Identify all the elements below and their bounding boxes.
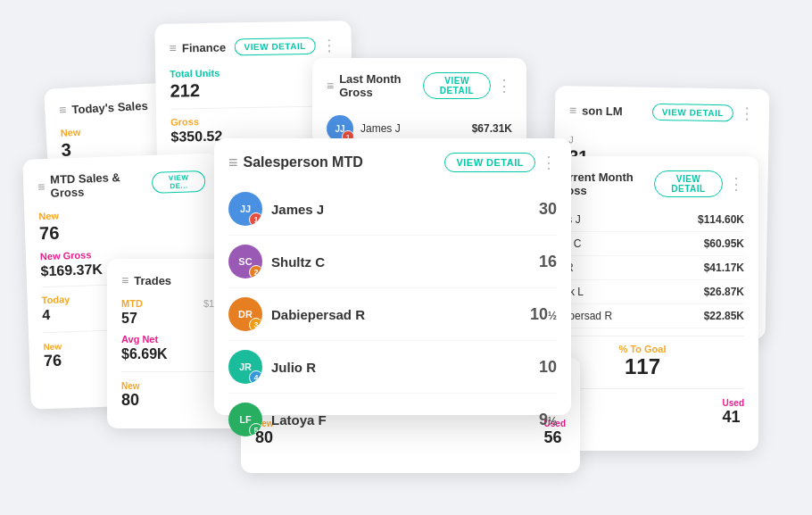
mtd-footer-new-value: 76 (44, 352, 62, 371)
trades-avg-net-label: Avg Net (121, 334, 189, 345)
current-month-footer-used-value: 41 (723, 408, 744, 427)
mtd-view-detail-btn[interactable]: VIEW DE... (152, 170, 205, 194)
trades-title: ≡ Trades (121, 273, 171, 287)
salesperson-mtd-person-5: LF 5 Latoya F 9½ (228, 394, 557, 445)
last-month-title: ≡ Last Month Gross (327, 72, 423, 99)
salesperson-mtd-card: ≡ Salesperson MTD VIEW DETAIL ⋮ JJ 1 Jam… (214, 138, 571, 415)
avatar-1: JJ 1 (228, 192, 262, 226)
salesperson-lm-view-detail-btn[interactable]: VIEW DETAIL (652, 103, 734, 121)
goal-label: % To Goal (541, 344, 744, 354)
hamburger-icon: ≡ (121, 273, 128, 287)
salesperson-mtd-person-3: DR 3 Dabiepersad R 10½ (228, 288, 557, 341)
rank-badge-5: 5 (249, 423, 262, 436)
trades-mtd-label: MTD (121, 298, 189, 309)
mtd-title: ≡ MTD Sales & Gross (37, 170, 153, 200)
todays-sales-title: ≡ Today's Sales (59, 98, 148, 117)
trades-mtd-value: 57 (121, 311, 189, 327)
person-score-3: 10½ (530, 305, 557, 324)
trades-footer-new-value: 80 (121, 391, 140, 410)
current-month-person-1: James J $114.60K (541, 208, 744, 232)
finance-title: ≡ Finance (170, 40, 227, 55)
person-score-4: 10 (539, 358, 557, 377)
rank-badge-2: 2 (249, 265, 262, 278)
current-month-person-2: Shultz C $60.95K (541, 232, 744, 256)
finance-view-detail-btn[interactable]: VIEW DETAIL (234, 37, 316, 55)
current-month-view-detail-btn[interactable]: VIEW DETAIL (654, 170, 723, 197)
person-score-2: 16 (539, 253, 557, 271)
current-month-footer-used-label: Used (723, 398, 744, 408)
person-score-5: 9½ (539, 411, 557, 429)
avatar-3: DR 3 (228, 297, 262, 331)
current-month-dots-menu[interactable]: ⋮ (728, 174, 744, 194)
salesperson-mtd-list: JJ 1 James J 30 SC 2 Shultz C 16 DR 3 Da… (228, 183, 557, 445)
salesperson-mtd-person-2: SC 2 Shultz C 16 (228, 236, 557, 288)
current-month-person-3: Julio R $41.17K (541, 256, 744, 280)
current-month-person-5: Dabiepersad R $22.85K (541, 304, 744, 328)
salesperson-mtd-title: ≡ Salesperson MTD (228, 154, 363, 172)
finance-dots-menu[interactable]: ⋮ (321, 35, 337, 54)
hamburger-icon: ≡ (569, 103, 576, 117)
salesperson-mtd-dots-menu[interactable]: ⋮ (541, 153, 557, 172)
salesperson-lm-title: ≡ son LM (569, 103, 623, 118)
current-month-people-list: James J $114.60K Shultz C $60.95K Julio … (541, 208, 744, 328)
person-score-1: 30 (539, 200, 557, 219)
trades-avg-net-value: $6.69K (121, 346, 189, 362)
salesperson-mtd-view-detail-btn[interactable]: VIEW DETAIL (444, 153, 535, 172)
rank-badge-4: 4 (249, 370, 262, 384)
mtd-new-value: 76 (39, 218, 208, 245)
hamburger-icon: ≡ (170, 41, 177, 55)
person-name-3: Dabiepersad R (271, 307, 521, 322)
hamburger-icon: ≡ (37, 179, 46, 194)
last-month-dots-menu[interactable]: ⋮ (496, 76, 512, 96)
current-month-person-4: Derrick L $26.87K (541, 280, 744, 304)
trades-footer-new-label: New (121, 381, 140, 391)
avatar-5: LF 5 (228, 403, 262, 436)
salesperson-mtd-person-1: JJ 1 James J 30 (228, 183, 557, 236)
last-month-view-detail-btn[interactable]: VIEW DETAIL (423, 72, 491, 99)
avatar-4: JR 4 (228, 350, 262, 384)
person-name-5: Latoya F (271, 412, 530, 428)
salesperson-mtd-person-4: JR 4 Julio R 10 (228, 341, 557, 394)
avatar-2: SC 2 (228, 245, 262, 278)
salesperson-lm-dots-menu[interactable]: ⋮ (739, 104, 755, 123)
mtd-footer-new-label: New (43, 342, 62, 353)
rank-badge-1: 1 (249, 212, 262, 226)
person-name-4: Julio R (271, 360, 530, 375)
rank-badge-3: 3 (249, 318, 262, 331)
person-name-2: Shultz C (271, 254, 530, 270)
hamburger-icon: ≡ (228, 154, 238, 172)
hamburger-icon: ≡ (59, 103, 67, 117)
hamburger-icon: ≡ (327, 79, 334, 93)
person-name-1: James J (271, 202, 530, 217)
